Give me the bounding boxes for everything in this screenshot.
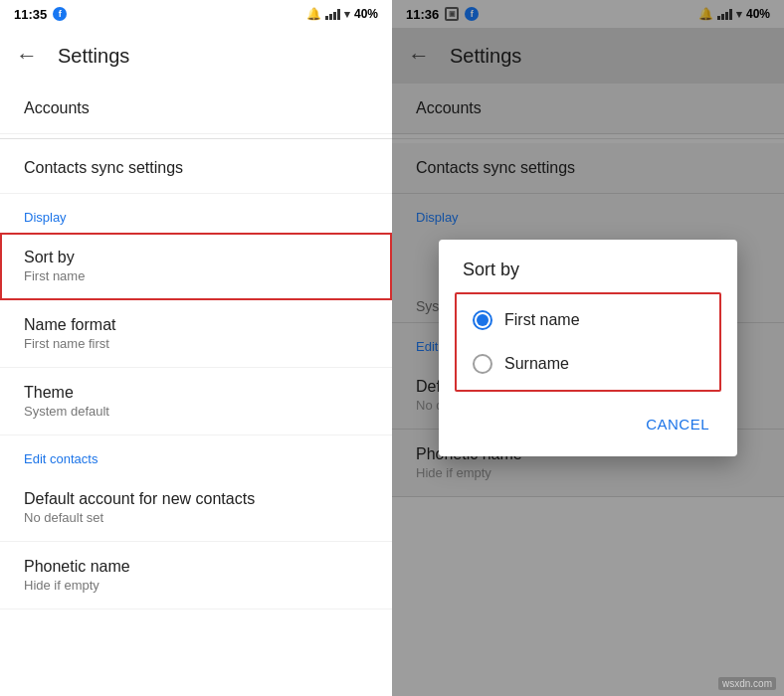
item-subtitle-phonetic-name: Hide if empty: [24, 578, 320, 593]
section-header-edit-contacts-left: Edit contacts: [0, 435, 392, 474]
dialog-options: First name Surname: [455, 292, 721, 392]
settings-item-name-format-left[interactable]: Name format First name first: [0, 300, 392, 368]
mute-icon-left: 🔔: [306, 7, 321, 21]
signal-icon-left: [325, 8, 340, 20]
left-panel: 11:35 f 🔔 ▾ 40% ← Settings Accounts: [0, 0, 392, 696]
cancel-button[interactable]: Cancel: [634, 408, 721, 440]
status-left: 11:35 f: [14, 7, 67, 22]
app-bar-left: ← Settings: [0, 28, 392, 84]
settings-item-contacts-sync-left[interactable]: Contacts sync settings: [0, 143, 392, 194]
dialog-title: Sort by: [439, 240, 737, 292]
item-title-accounts: Accounts: [24, 99, 320, 117]
dialog-overlay: Sort by First name Surname Cancel: [392, 0, 784, 696]
radio-surname[interactable]: [473, 354, 492, 374]
facebook-icon-left: f: [53, 7, 67, 21]
divider-1: [0, 138, 392, 139]
item-subtitle-default-account: No default set: [24, 510, 320, 525]
settings-item-theme-left[interactable]: Theme System default: [0, 368, 392, 435]
sort-by-dialog: Sort by First name Surname Cancel: [439, 240, 737, 456]
dialog-actions: Cancel: [439, 404, 737, 456]
settings-item-accounts-left[interactable]: Accounts: [0, 84, 392, 134]
right-panel: 11:36 ▣ f 🔔 ▾ 40% ← Settings Accounts Co…: [392, 0, 784, 696]
item-title-sort-by: Sort by: [24, 249, 320, 266]
item-title-default-account: Default account for new contacts: [24, 490, 320, 508]
time-left: 11:35: [14, 7, 47, 22]
item-subtitle-theme: System default: [24, 404, 320, 419]
battery-left: 40%: [354, 7, 378, 21]
back-button-left[interactable]: ←: [16, 43, 38, 69]
dialog-option-surname[interactable]: Surname: [457, 342, 719, 386]
settings-list-left: Accounts Contacts sync settings Display …: [0, 84, 392, 696]
dialog-option-first-name[interactable]: First name: [457, 298, 719, 342]
section-header-display-left: Display: [0, 194, 392, 233]
settings-item-phonetic-name-left[interactable]: Phonetic name Hide if empty: [0, 542, 392, 609]
radio-inner-first-name: [477, 314, 489, 326]
watermark: wsxdn.com: [718, 677, 776, 690]
settings-item-sort-by-left[interactable]: Sort by First name: [0, 233, 392, 300]
item-title-contacts-sync: Contacts sync settings: [24, 159, 320, 177]
item-title-name-format: Name format: [24, 316, 320, 334]
status-bar-left: 11:35 f 🔔 ▾ 40%: [0, 0, 392, 28]
page-title-left: Settings: [58, 45, 129, 68]
radio-first-name[interactable]: [473, 310, 492, 330]
dialog-option-label-first-name: First name: [504, 311, 580, 329]
wifi-icon-left: ▾: [344, 8, 350, 21]
item-subtitle-name-format: First name first: [24, 336, 320, 351]
item-title-theme: Theme: [24, 384, 320, 402]
item-title-phonetic-name: Phonetic name: [24, 558, 320, 576]
status-right-left: 🔔 ▾ 40%: [306, 7, 378, 21]
dialog-option-label-surname: Surname: [504, 355, 569, 373]
settings-item-default-account-left[interactable]: Default account for new contacts No defa…: [0, 474, 392, 542]
item-subtitle-sort-by: First name: [24, 268, 320, 283]
